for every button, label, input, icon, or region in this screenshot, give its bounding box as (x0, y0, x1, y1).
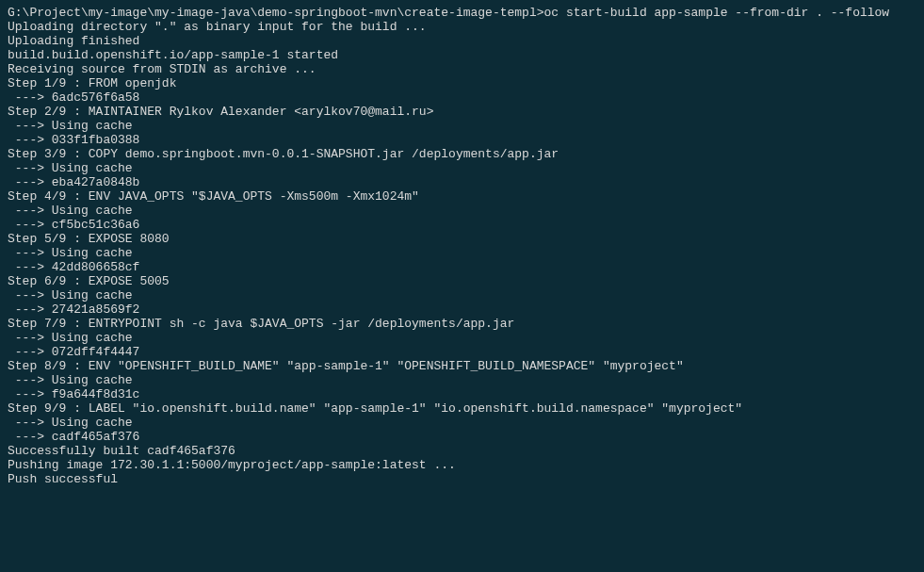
terminal-output-line: Step 7/9 : ENTRYPOINT sh -c java $JAVA_O… (8, 317, 916, 331)
terminal-output-line: ---> Using cache (8, 373, 916, 387)
terminal-output-line: Uploading finished (8, 34, 916, 48)
terminal-output-line: Pushing image 172.30.1.1:5000/myproject/… (8, 458, 916, 472)
terminal-output-line: Push successful (8, 472, 916, 486)
terminal-output-line: ---> 42dd806658cf (8, 260, 916, 274)
terminal-output-line: ---> Using cache (8, 119, 916, 133)
terminal-output-line: ---> Using cache (8, 416, 916, 430)
terminal-output-line: Step 2/9 : MAINTAINER Rylkov Alexander <… (8, 105, 916, 119)
terminal-output-line: ---> eba427a0848b (8, 175, 916, 189)
command-text: oc start-build app-sample --from-dir . -… (544, 6, 890, 20)
terminal-output-line: Step 5/9 : EXPOSE 8080 (8, 232, 916, 246)
terminal-output-line: ---> 27421a8569f2 (8, 302, 916, 317)
terminal-output-line: ---> Using cache (8, 246, 916, 260)
terminal-output-line: build.build.openshift.io/app-sample-1 st… (8, 48, 916, 62)
terminal-output-line: ---> 6adc576f6a58 (8, 90, 916, 105)
terminal-output-line: ---> 072dff4f4447 (8, 345, 916, 359)
terminal-output-line: Step 6/9 : EXPOSE 5005 (8, 274, 916, 288)
terminal-output-line: Step 3/9 : COPY demo.springboot.mvn-0.0.… (8, 147, 916, 161)
terminal-output-line: Successfully built cadf465af376 (8, 444, 916, 458)
terminal-window[interactable]: G:\Project\my-image\my-image-java\demo-s… (0, 0, 924, 492)
terminal-output-line: ---> 033f1fba0388 (8, 133, 916, 147)
terminal-output-line: ---> Using cache (8, 288, 916, 302)
terminal-output-line: ---> Using cache (8, 331, 916, 345)
terminal-output-line: Step 1/9 : FROM openjdk (8, 76, 916, 90)
terminal-output-line: ---> cf5bc51c36a6 (8, 218, 916, 232)
terminal-output-line: ---> f9a644f8d31c (8, 387, 916, 401)
prompt-line: G:\Project\my-image\my-image-java\demo-s… (8, 6, 916, 20)
prompt: G:\Project\my-image\my-image-java\demo-s… (8, 6, 544, 20)
terminal-output-line: ---> Using cache (8, 161, 916, 175)
terminal-output-line: ---> Using cache (8, 204, 916, 218)
terminal-output-line: Receiving source from STDIN as archive .… (8, 62, 916, 76)
terminal-output-line: Uploading directory "." as binary input … (8, 20, 916, 34)
terminal-output-line: Step 9/9 : LABEL "io.openshift.build.nam… (8, 401, 916, 416)
terminal-output-line: Step 8/9 : ENV "OPENSHIFT_BUILD_NAME" "a… (8, 359, 916, 373)
terminal-output-line: Step 4/9 : ENV JAVA_OPTS "$JAVA_OPTS -Xm… (8, 189, 916, 204)
terminal-output-line: ---> cadf465af376 (8, 430, 916, 444)
terminal-output-block: Uploading directory "." as binary input … (8, 20, 916, 486)
